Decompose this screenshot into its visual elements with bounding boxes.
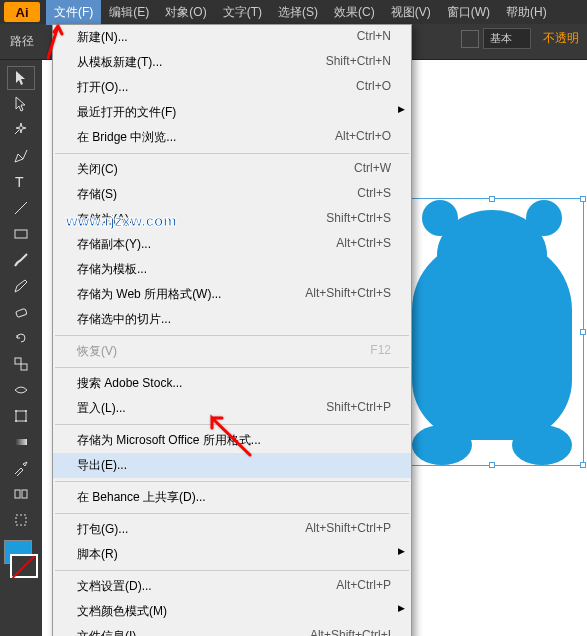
menu-view[interactable]: 视图(V) (383, 0, 439, 25)
menu-item[interactable]: 存储为 Web 所用格式(W)...Alt+Shift+Ctrl+S (53, 282, 411, 307)
menu-item[interactable]: 从模板新建(T)...Shift+Ctrl+N (53, 50, 411, 75)
menu-item[interactable]: 在 Behance 上共享(D)... (53, 485, 411, 510)
menu-type[interactable]: 文字(T) (215, 0, 270, 25)
menu-item-label: 存储为 Web 所用格式(W)... (77, 286, 305, 303)
menu-item[interactable]: 最近打开的文件(F)▶ (53, 100, 411, 125)
menu-item: 恢复(V)F12 (53, 339, 411, 364)
svg-rect-14 (16, 515, 26, 525)
svg-line-1 (15, 202, 27, 214)
menu-separator (55, 335, 409, 336)
menu-item-shortcut: Ctrl+W (354, 161, 391, 178)
menu-item[interactable]: 存储副本(Y)...Alt+Ctrl+S (53, 232, 411, 257)
menu-effect[interactable]: 效果(C) (326, 0, 383, 25)
menu-item[interactable]: 打开(O)...Ctrl+O (53, 75, 411, 100)
direct-selection-tool[interactable] (7, 92, 35, 116)
stroke-swatch[interactable] (461, 30, 479, 48)
menu-item[interactable]: 关闭(C)Ctrl+W (53, 157, 411, 182)
handle-bottom-right[interactable] (580, 462, 586, 468)
menu-item-label: 文档设置(D)... (77, 578, 336, 595)
menu-item[interactable]: 文档设置(D)...Alt+Ctrl+P (53, 574, 411, 599)
menu-item[interactable]: 在 Bridge 中浏览...Alt+Ctrl+O (53, 125, 411, 150)
handle-bottom-center[interactable] (489, 462, 495, 468)
eraser-tool[interactable] (7, 300, 35, 324)
menu-item-label: 存储副本(Y)... (77, 236, 336, 253)
watermark-text: www.rjzxw.com (66, 212, 177, 229)
graphic-style-dropdown[interactable]: 基本 (483, 28, 531, 49)
pencil-tool[interactable] (7, 274, 35, 298)
svg-rect-6 (16, 411, 26, 421)
submenu-arrow-icon: ▶ (398, 546, 405, 556)
menu-item-shortcut: Ctrl+S (357, 186, 391, 203)
menu-item-label: 最近打开的文件(F) (77, 104, 391, 121)
menu-item[interactable]: 文档颜色模式(M)▶ (53, 599, 411, 624)
selection-type-label: 路径 (10, 33, 34, 50)
width-tool[interactable] (7, 378, 35, 402)
pen-tool[interactable] (7, 144, 35, 168)
menu-item[interactable]: 新建(N)...Ctrl+N (53, 25, 411, 50)
handle-mid-right[interactable] (580, 329, 586, 335)
menu-item-shortcut: Alt+Shift+Ctrl+S (305, 286, 391, 303)
selection-bounding-box[interactable] (400, 198, 584, 466)
menu-item-label: 新建(N)... (77, 29, 357, 46)
type-tool[interactable]: T (7, 170, 35, 194)
handle-top-right[interactable] (580, 196, 586, 202)
file-menu-dropdown: 新建(N)...Ctrl+N从模板新建(T)...Shift+Ctrl+N打开(… (52, 24, 412, 636)
svg-rect-13 (22, 490, 27, 498)
svg-rect-2 (15, 230, 27, 238)
menu-select[interactable]: 选择(S) (270, 0, 326, 25)
menu-item-label: 从模板新建(T)... (77, 54, 326, 71)
menu-item-label: 存储(S) (77, 186, 357, 203)
menu-item-shortcut: Alt+Ctrl+S (336, 236, 391, 253)
menu-item-label: 搜索 Adobe Stock... (77, 375, 391, 392)
rectangle-tool[interactable] (7, 222, 35, 246)
svg-text:T: T (15, 174, 24, 190)
menu-item[interactable]: 脚本(R)▶ (53, 542, 411, 567)
menu-help[interactable]: 帮助(H) (498, 0, 555, 25)
menu-item[interactable]: 打包(G)...Alt+Shift+Ctrl+P (53, 517, 411, 542)
menu-item[interactable]: 存储为模板... (53, 257, 411, 282)
line-tool[interactable] (7, 196, 35, 220)
menu-item[interactable]: 存储(S)Ctrl+S (53, 182, 411, 207)
annotation-arrow-2 (200, 410, 260, 464)
menu-item-shortcut: Ctrl+N (357, 29, 391, 46)
rotate-tool[interactable] (7, 326, 35, 350)
menu-edit[interactable]: 编辑(E) (101, 0, 157, 25)
menu-window[interactable]: 窗口(W) (439, 0, 498, 25)
menu-separator (55, 570, 409, 571)
menu-item-shortcut: Alt+Shift+Ctrl+I (310, 628, 391, 636)
scale-tool[interactable] (7, 352, 35, 376)
menu-item-label: 脚本(R) (77, 546, 391, 563)
blend-tool[interactable] (7, 482, 35, 506)
menu-item-label: 在 Behance 上共享(D)... (77, 489, 391, 506)
menu-item-shortcut: Alt+Shift+Ctrl+P (305, 521, 391, 538)
color-swatches[interactable] (4, 540, 38, 578)
app-logo: Ai (4, 2, 40, 22)
menu-item[interactable]: 文件信息(I)...Alt+Shift+Ctrl+I (53, 624, 411, 636)
handle-top-center[interactable] (489, 196, 495, 202)
menu-item-label: 存储选中的切片... (77, 311, 391, 328)
artboard-tool[interactable] (7, 508, 35, 532)
menu-item-label: 文档颜色模式(M) (77, 603, 391, 620)
menu-item-label: 存储为模板... (77, 261, 391, 278)
menu-object[interactable]: 对象(O) (157, 0, 214, 25)
svg-rect-5 (21, 364, 27, 370)
svg-point-7 (15, 410, 17, 412)
menu-separator (55, 513, 409, 514)
gradient-tool[interactable] (7, 430, 35, 454)
eyedropper-tool[interactable] (7, 456, 35, 480)
menu-item[interactable]: 搜索 Adobe Stock... (53, 371, 411, 396)
svg-rect-4 (15, 358, 21, 364)
menu-item-shortcut: Shift+Ctrl+N (326, 54, 391, 71)
menu-item-shortcut: Shift+Ctrl+S (326, 211, 391, 228)
toolbar: T (0, 60, 42, 636)
selection-tool[interactable] (7, 66, 35, 90)
paintbrush-tool[interactable] (7, 248, 35, 272)
free-transform-tool[interactable] (7, 404, 35, 428)
opacity-label[interactable]: 不透明 (543, 30, 579, 47)
menu-item-label: 打开(O)... (77, 79, 356, 96)
stroke-swatch-none[interactable] (10, 554, 38, 578)
magic-wand-tool[interactable] (7, 118, 35, 142)
menu-item[interactable]: 存储选中的切片... (53, 307, 411, 332)
control-bar-right: 基本 不透明 (461, 28, 583, 49)
submenu-arrow-icon: ▶ (398, 104, 405, 114)
